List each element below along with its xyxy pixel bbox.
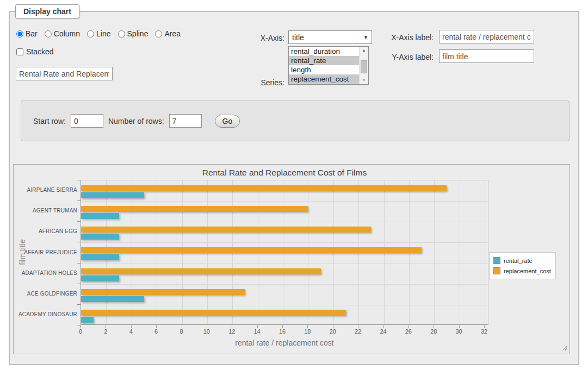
chart-type-radio-group: BarColumnLineSplineArea: [16, 29, 181, 38]
bar-rental_rate-1: [81, 213, 119, 219]
x-tick-mark: [333, 325, 333, 328]
series-select-label: Series:: [253, 78, 284, 87]
x-tick-label: 16: [274, 328, 290, 335]
x-tick-label: 20: [325, 328, 341, 335]
rows-input[interactable]: [169, 114, 202, 128]
x-tick-mark: [81, 325, 81, 328]
go-button[interactable]: Go: [215, 115, 240, 128]
bar-replacement_cost-2: [81, 227, 371, 233]
stacked-option[interactable]: Stacked: [16, 47, 54, 56]
x-gridline: [485, 180, 485, 324]
x-tick-mark: [307, 325, 308, 328]
start-row-label: Start row:: [33, 117, 66, 126]
y-tick-mark: [77, 263, 81, 264]
x-tick-mark: [207, 325, 207, 328]
series-listbox: rental_durationrental_ratelengthreplacem…: [288, 46, 369, 85]
x-tick-label: 8: [174, 328, 190, 335]
bar-rental_rate-5: [81, 296, 144, 302]
chart-type-option-column[interactable]: Column: [45, 29, 80, 38]
bar-rental_rate-3: [81, 254, 119, 260]
y-tick-mark: [77, 221, 81, 222]
x-tick-label: 24: [375, 328, 392, 335]
series-option-length[interactable]: length: [289, 65, 359, 74]
x-tick-mark: [434, 325, 434, 328]
radio-label: Area: [164, 29, 181, 38]
scroll-up-icon[interactable]: ▲: [360, 47, 368, 54]
chart-type-option-area[interactable]: Area: [155, 29, 181, 38]
x-tick-label: 2: [97, 328, 114, 335]
x-tick-label: 18: [299, 328, 315, 335]
x-axis-select-label: X-Axis:: [253, 34, 284, 42]
y-gridline: [81, 264, 488, 264]
y-gridline: [81, 284, 488, 285]
x-tick-mark: [484, 325, 485, 328]
chart-type-option-line[interactable]: Line: [87, 29, 110, 38]
bar-replacement_cost-4: [81, 268, 321, 274]
series-option-rental_rate[interactable]: rental_rate: [289, 56, 359, 65]
y-gridline: [81, 242, 488, 243]
stacked-checkbox[interactable]: [16, 48, 23, 55]
legend-swatch-rental_rate: [493, 257, 500, 264]
y-axis-label-field-label: Y-Axis label:: [389, 53, 434, 61]
legend-label: rental_rate: [504, 258, 533, 264]
radio-label: Spline: [127, 29, 148, 38]
radio-label: Line: [96, 29, 110, 38]
chart-title-input[interactable]: [16, 67, 113, 80]
bar-rental_rate-2: [81, 234, 119, 240]
category-label: ACE GOLDFINGER: [14, 291, 77, 297]
y-tick-mark: [77, 200, 81, 201]
y-axis-label-input[interactable]: [439, 49, 534, 63]
category-label: AFRICAN EGG: [14, 228, 77, 235]
series-option-rental_duration[interactable]: rental_duration: [289, 47, 359, 56]
resize-handle-icon[interactable]: [561, 344, 567, 350]
radio-label: Bar: [26, 29, 38, 38]
chart-title: Rental Rate and Replacement Cost of Film…: [81, 168, 488, 178]
x-tick-label: 30: [451, 328, 467, 335]
series-option-replacement_cost[interactable]: replacement_cost: [289, 74, 359, 84]
chart-type-radio-bar[interactable]: [16, 30, 23, 37]
x-tick-label: 32: [476, 328, 492, 335]
chart-type-radio-area[interactable]: [155, 30, 162, 37]
y-tick-mark: [77, 242, 81, 242]
category-label: ADAPTATION HOLES: [14, 270, 77, 277]
scrollbar-thumb[interactable]: [361, 60, 367, 73]
chart-type-option-bar[interactable]: Bar: [16, 29, 38, 38]
x-tick-label: 14: [249, 328, 265, 335]
x-tick-mark: [282, 325, 283, 328]
stacked-label: Stacked: [26, 47, 54, 56]
x-tick-label: 28: [425, 328, 442, 335]
start-row-input[interactable]: [71, 114, 103, 128]
legend-swatch-replacement_cost: [493, 267, 500, 274]
chart-legend: rental_ratereplacement_cost: [489, 252, 556, 279]
x-tick-mark: [408, 325, 409, 328]
x-tick-mark: [106, 325, 106, 328]
x-tick-mark: [156, 325, 157, 328]
page: Display chart BarColumnLineSplineArea St…: [0, 0, 588, 370]
x-tick-mark: [257, 325, 258, 328]
fieldset-legend: Display chart: [15, 4, 79, 18]
x-axis-label-field-label: X-Axis label:: [389, 33, 434, 42]
bar-replacement_cost-6: [81, 310, 346, 316]
x-axis-selected-value: title: [292, 33, 363, 42]
legend-entry-rental_rate: rental_rate: [493, 255, 551, 266]
chart-type-radio-line[interactable]: [87, 30, 94, 37]
y-gridline: [81, 201, 488, 202]
y-gridline: [81, 305, 488, 305]
y-tick-mark: [77, 304, 81, 305]
x-tick-mark: [459, 325, 460, 328]
category-label: AIRPLANE SIERRA: [14, 187, 77, 193]
scroll-down-icon[interactable]: ▼: [360, 77, 368, 84]
x-gridline: [434, 180, 435, 324]
chart-type-radio-column[interactable]: [45, 30, 52, 37]
x-axis-select[interactable]: title ▼: [288, 30, 372, 44]
chart-type-radio-spline[interactable]: [118, 30, 125, 37]
x-tick-mark: [232, 325, 232, 328]
x-gridline: [460, 180, 460, 324]
y-tick-mark: [77, 180, 81, 180]
chart-type-option-spline[interactable]: Spline: [118, 29, 148, 38]
rows-label: Number of rows:: [108, 117, 164, 126]
listbox-scrollbar[interactable]: ▲ ▼: [359, 47, 368, 84]
x-axis-label-input[interactable]: [439, 30, 534, 43]
bar-replacement_cost-5: [81, 289, 245, 295]
x-tick-mark: [358, 325, 358, 328]
